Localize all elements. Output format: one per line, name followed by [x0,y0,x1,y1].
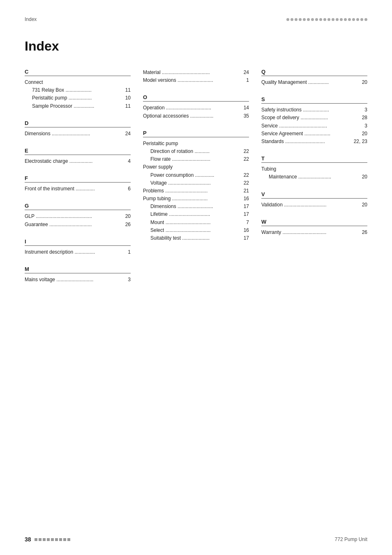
index-entry: Safety instructions ...................3 [261,106,367,114]
index-entry: Mains voltage ..........................… [25,276,131,284]
index-entry-page: 10 [119,94,131,102]
index-entry-page: 35 [238,112,249,120]
index-entry-label: Safety instructions ................... [261,106,356,114]
index-entry: Peristaltic pump .................10 [25,94,131,102]
footer-square [43,538,46,541]
index-entry: Select .................................… [143,227,249,234]
index-entry-page: 20 [356,79,367,86]
index-entry-label: Instrument description ............... [25,248,119,256]
index-section-2-4: WWarranty ..............................… [261,219,367,236]
index-entry: Service Agreement ...................20 [261,130,367,138]
index-entry-label: Maintenance ........................ [269,173,356,181]
footer-square [47,538,50,541]
index-column-0: CConnect731 Relay Box ..................… [25,69,131,294]
index-section-0-6: MMains voltage .........................… [25,266,131,284]
index-entry: Lifetime ..............................1… [143,210,249,218]
index-entry-label: Model versions .........................… [143,76,238,84]
index-entry: Validation .............................… [261,201,367,209]
header-dot [295,18,297,21]
index-entry: Warranty ...............................… [261,229,367,236]
index-section-1-1: OOperation .............................… [143,94,249,120]
section-letter-E: E [25,148,131,155]
index-entry-label: Select ................................. [150,227,238,234]
index-entry-label: Pump tubing .......................... [143,195,238,203]
index-section-1-2: PPeristaltic pumpDirection of rotation .… [143,130,249,242]
section-letter-D: D [25,120,131,127]
index-section-0-5: IInstrument description ...............1 [25,238,131,256]
index-entry-label: Validation .............................… [261,201,356,209]
index-entry: Model versions .........................… [143,76,249,84]
header-dot [340,18,343,21]
index-entry: Direction of rotation ...........22 [143,148,249,155]
section-letter-T: T [261,155,367,163]
header-dot [299,18,302,21]
index-entry: Flow rate ............................22 [143,155,249,163]
index-entry-page: 22 [238,155,249,163]
index-section-0-4: GGLP ...................................… [25,203,131,228]
index-entry: Dimensions ............................2… [25,130,131,138]
index-entry: Quality Management ...............20 [261,79,367,86]
index-entry-label: Scope of delivery .................... [261,114,356,122]
index-entry-page: 16 [238,195,249,203]
header-dot [352,18,355,21]
index-entry: Problems ...............................… [143,187,249,195]
header-dot [303,18,306,21]
index-entry-label: Dimensions .......................... [150,203,238,210]
page-footer: 38 772 Pump Unit [25,536,367,543]
index-entry: Instrument description ...............1 [25,248,131,256]
index-entry: Power supply [143,163,249,171]
index-entry-page: 20 [119,213,131,220]
section-letter-Q: Q [261,69,367,76]
index-entry-label: Operation ..............................… [143,104,238,112]
index-entry: Electrostatic charge .................4 [25,157,131,165]
section-letter-O: O [143,94,249,102]
index-column-1: Material ...............................… [143,69,249,294]
section-letter-F: F [25,175,131,183]
index-entry-label: Standards ............................. [261,138,354,146]
index-entry-page: 11 [119,102,131,110]
footer-square [67,538,70,541]
index-section-1-0: Material ...............................… [143,69,249,84]
index-entry-page: 4 [119,157,131,165]
index-entry: Guarantee ..............................… [25,221,131,229]
footer-square [35,538,37,541]
index-entry-label: Dimensions ............................ [25,130,119,138]
index-entry-label: Tubing [261,165,356,173]
index-entry-page: 21 [238,187,249,195]
section-letter-I: I [25,238,131,246]
index-entry-page: 17 [238,203,249,210]
header-dot [319,18,322,21]
index-entry-page: 3 [356,122,367,130]
index-entry-label: Suitability test .................... [150,234,238,242]
header-dot [323,18,326,21]
header-dot [307,18,310,21]
index-entry-label: Direction of rotation ........... [150,148,238,155]
index-entry-page: 17 [238,234,249,242]
index-entry-label: Front of the instrument .............. [25,185,119,193]
index-entry-page: 7 [238,219,249,227]
index-entry-label: Lifetime .............................. [150,210,238,218]
section-letter-P: P [143,130,249,137]
index-entry-label: Quality Management ............... [261,79,356,86]
index-entry-page: 22, 23 [354,138,367,146]
index-entry: Standards .............................2… [261,138,367,146]
footer-square [39,538,42,541]
index-entry-page: 14 [238,104,249,112]
footer-squares [35,538,70,541]
index-entry-page: 11 [119,86,131,94]
index-entry-label: Electrostatic charge ................. [25,157,119,165]
index-entry-page: 20 [356,130,367,138]
index-content: CConnect731 Relay Box ..................… [25,69,367,294]
header-dot [286,18,289,21]
index-entry: Dimensions ..........................17 [143,203,249,210]
index-entry-page [238,140,249,148]
index-entry-label: Connect [25,79,119,86]
header-dot [336,18,339,21]
index-entry-page: 16 [238,227,249,234]
index-entry: Pump tubing ..........................16 [143,195,249,203]
index-entry-page: 3 [356,106,367,114]
index-entry-label: Warranty ...............................… [261,229,356,236]
index-section-2-0: QQuality Management ...............20 [261,69,367,86]
page: Index Index CConnect731 Relay Box ......… [0,0,392,555]
index-entry: Connect [25,79,131,86]
